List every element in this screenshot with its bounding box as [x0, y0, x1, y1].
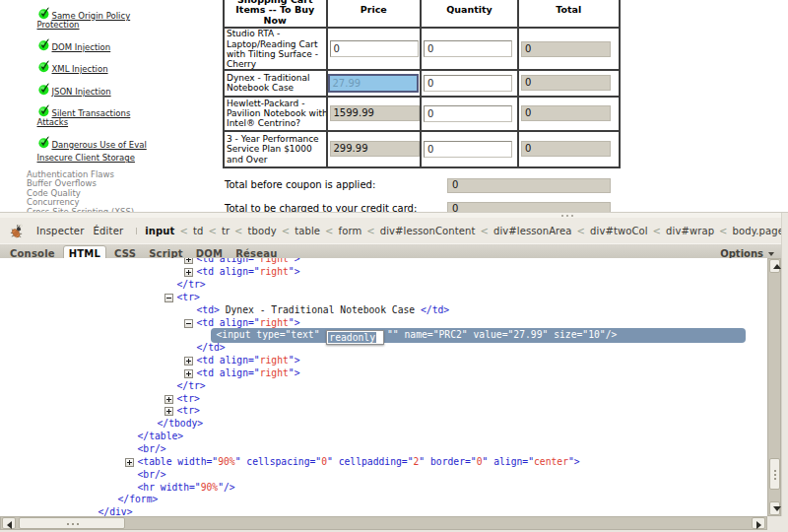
expand-icon[interactable] [125, 458, 134, 467]
scroll-up-button[interactable] [769, 259, 781, 273]
cart-row: 3 - Year PerformanceService Plan $1000an… [224, 131, 620, 168]
lesson-link-label[interactable]: JSON Injection [37, 88, 185, 97]
node-markup: <hr width="90%"/> [138, 482, 235, 495]
cart-item-name: Dynex - TraditionalNotebook Case [224, 70, 327, 97]
breadcrumb-ancestor[interactable]: tbody [248, 226, 277, 236]
horizontal-scrollbar[interactable] [0, 516, 767, 530]
breadcrumb-separator: < [179, 226, 187, 236]
total-field[interactable]: 0 [521, 141, 611, 157]
node-markup: <tr> [177, 405, 200, 418]
total-field[interactable]: 0 [521, 41, 611, 57]
toolbar-separator [136, 228, 137, 234]
breadcrumb-ancestor[interactable]: tr [222, 226, 230, 236]
inspect-button[interactable]: Inspecter [36, 226, 84, 236]
node-markup: </tr> [177, 380, 206, 393]
price-input[interactable]: 27.99 [328, 74, 419, 93]
col-header-price: Price [327, 0, 422, 28]
breadcrumb-separator: < [366, 226, 374, 236]
breadcrumb-separator: < [719, 226, 727, 236]
breadcrumb-ancestor[interactable]: form [339, 226, 362, 236]
thumb-grip-icon [72, 523, 74, 525]
node-markup: </tbody> [158, 418, 204, 431]
breadcrumb-ancestor[interactable]: div#twoCol [590, 226, 648, 236]
total-field-cell: 0 [518, 70, 620, 97]
total-field[interactable]: 0 [521, 105, 611, 121]
lesson-link[interactable]: Dangerous Use of Eval [37, 141, 185, 150]
lesson-link-label[interactable]: Dangerous Use of Eval [37, 141, 185, 150]
col-header-total: Total [518, 0, 620, 28]
breadcrumb-ancestor[interactable]: body.page [733, 226, 784, 236]
price-input[interactable]: 1599.99 [330, 105, 420, 121]
lesson-link[interactable]: Same Origin PolicyProtection [37, 12, 185, 31]
collapse-icon[interactable] [164, 294, 173, 302]
lesson-link[interactable]: Insecure Client Storage [37, 154, 185, 163]
breadcrumb-ancestor[interactable]: div#lessonArea [493, 226, 572, 236]
lesson-complete-check-icon [38, 83, 50, 96]
breadcrumb-ancestor[interactable]: div#lessonContent [380, 226, 476, 236]
lesson-link-label[interactable]: Insecure Client Storage [37, 154, 185, 163]
edit-button[interactable]: Éditer [93, 226, 123, 236]
node-markup: <tr> [177, 292, 200, 304]
price-input-cell: 27.99 [327, 70, 422, 97]
total-field-cell: 0 [518, 97, 620, 131]
expand-icon[interactable] [164, 407, 173, 416]
lesson-complete-check-icon [38, 136, 50, 149]
expand-icon[interactable] [184, 258, 193, 264]
vertical-scrollbar-thumb[interactable] [769, 458, 781, 490]
lesson-menu: Same Origin PolicyProtectionDOM Injectio… [37, 12, 185, 213]
vertical-scrollbar[interactable] [767, 258, 781, 516]
horizontal-scrollbar-thumb[interactable] [19, 517, 125, 529]
firebug-bug-icon[interactable] [9, 224, 24, 238]
total-before-coupon-field[interactable]: 0 [447, 178, 611, 193]
lesson-link-label[interactable]: Same Origin PolicyProtection [37, 12, 185, 31]
quantity-input[interactable]: 0 [424, 40, 512, 57]
collapse-icon[interactable] [184, 319, 193, 328]
lesson-link[interactable]: Silent TransactionsAttacks [37, 109, 185, 128]
lesson-complete-check-icon [38, 104, 50, 117]
attribute-name-editor[interactable]: readonly [326, 330, 384, 345]
quantity-input[interactable]: 0 [424, 105, 512, 122]
scroll-down-button[interactable] [769, 501, 781, 515]
price-input-cell: 299.99 [327, 131, 422, 168]
node-markup: <td align="right"> [197, 258, 300, 266]
lesson-link-label[interactable]: DOM Injection [37, 43, 185, 52]
node-markup: </table> [138, 431, 184, 443]
scrollbar-corner [767, 516, 788, 530]
expand-icon[interactable] [184, 357, 193, 366]
node-markup: <td> Dynex - Traditional Notebook Case <… [197, 304, 450, 317]
breadcrumb-ancestor[interactable]: div#wrap [666, 226, 714, 236]
price-input[interactable]: 0 [330, 40, 419, 57]
lesson-link-label[interactable]: XML Injection [37, 65, 185, 74]
quantity-input[interactable]: 0 [424, 75, 512, 92]
scroll-right-button[interactable] [752, 517, 765, 529]
lesson-link[interactable]: JSON Injection [37, 88, 185, 97]
options-menu[interactable]: Options [720, 248, 774, 259]
cart-row: Hewlett-Packard -Pavilion Notebook withI… [224, 97, 620, 131]
total-field[interactable]: 0 [521, 75, 611, 91]
quantity-input[interactable]: 0 [424, 141, 512, 158]
splitter-grip-icon [566, 215, 568, 217]
breadcrumb-separator: < [208, 226, 216, 236]
splitter-grip-icon [571, 215, 573, 217]
breadcrumb-ancestor[interactable]: table [295, 226, 320, 236]
lesson-link[interactable]: XML Injection [37, 65, 185, 74]
thumb-grip-icon [774, 478, 776, 480]
total-field-cell: 0 [518, 131, 620, 168]
node-markup: <br/> [138, 469, 166, 482]
lesson-complete-check-icon [38, 38, 50, 51]
breadcrumb-ancestor[interactable]: td [193, 226, 203, 236]
breadcrumb-selected-node[interactable]: input [145, 226, 174, 236]
node-markup: <td align="right"> [197, 266, 300, 279]
expand-icon[interactable] [184, 369, 193, 378]
node-markup: </form> [118, 494, 159, 506]
scroll-left-button[interactable] [2, 517, 16, 529]
lesson-link-label[interactable]: Silent TransactionsAttacks [37, 109, 185, 128]
expand-icon[interactable] [184, 268, 193, 277]
thumb-grip-icon [77, 523, 79, 525]
breadcrumb-separator: < [653, 226, 661, 236]
expand-icon[interactable] [164, 395, 173, 404]
quantity-input-cell: 0 [421, 97, 518, 131]
price-input[interactable]: 299.99 [330, 141, 420, 157]
html-tree-view: <td align="right"><td align="right"></tr… [0, 258, 767, 516]
lesson-link[interactable]: DOM Injection [37, 43, 185, 52]
